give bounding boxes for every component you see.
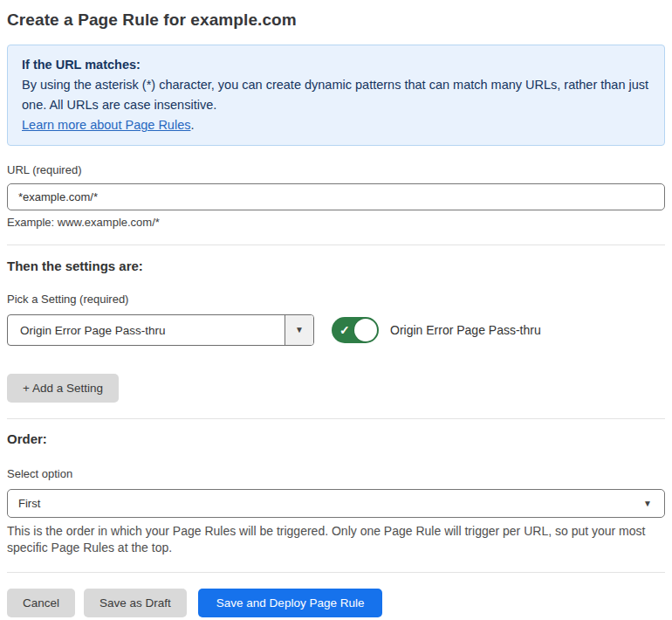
setting-dropdown[interactable]: Origin Error Page Pass-thru ▼: [7, 314, 314, 346]
order-select-value: First: [18, 497, 40, 510]
pick-setting-label: Pick a Setting (required): [7, 293, 665, 306]
page-title: Create a Page Rule for example.com: [7, 10, 665, 30]
cancel-button[interactable]: Cancel: [7, 589, 75, 617]
save-deploy-button[interactable]: Save and Deploy Page Rule: [198, 589, 383, 617]
add-setting-button[interactable]: + Add a Setting: [7, 374, 119, 403]
url-input[interactable]: [7, 183, 665, 210]
info-box-link-line: Learn more about Page Rules.: [22, 115, 650, 135]
link-suffix: .: [190, 118, 194, 132]
toggle-knob: [354, 319, 377, 341]
url-label: URL (required): [7, 163, 665, 176]
order-select-label: Select option: [7, 467, 665, 480]
caret-down-icon: ▼: [295, 326, 304, 334]
check-icon: ✓: [339, 323, 350, 337]
setting-toggle[interactable]: ✓: [332, 317, 379, 343]
info-box-heading: If the URL matches:: [22, 55, 650, 75]
setting-toggle-label: Origin Error Page Pass-thru: [390, 323, 541, 337]
divider: [7, 572, 665, 573]
order-help-text: This is the order in which your Page Rul…: [7, 523, 665, 556]
learn-more-link[interactable]: Learn more about Page Rules: [22, 118, 190, 132]
footer-actions: Cancel Save as Draft Save and Deploy Pag…: [7, 589, 665, 617]
order-section-heading: Order:: [7, 431, 665, 446]
settings-section-heading: Then the settings are:: [7, 258, 665, 273]
setting-dropdown-button[interactable]: ▼: [285, 315, 313, 345]
info-box-body: By using the asterisk (*) character, you…: [22, 75, 650, 115]
divider: [7, 418, 665, 419]
save-draft-button[interactable]: Save as Draft: [84, 589, 187, 617]
divider: [7, 245, 665, 245]
order-select[interactable]: First ▼: [7, 489, 665, 518]
caret-down-icon: ▼: [643, 499, 652, 508]
setting-dropdown-value: Origin Error Page Pass-thru: [8, 315, 285, 345]
url-match-info-box: If the URL matches: By using the asteris…: [7, 45, 665, 146]
setting-row: Origin Error Page Pass-thru ▼ ✓ Origin E…: [7, 314, 665, 346]
url-example-text: Example: www.example.com/*: [7, 216, 665, 229]
